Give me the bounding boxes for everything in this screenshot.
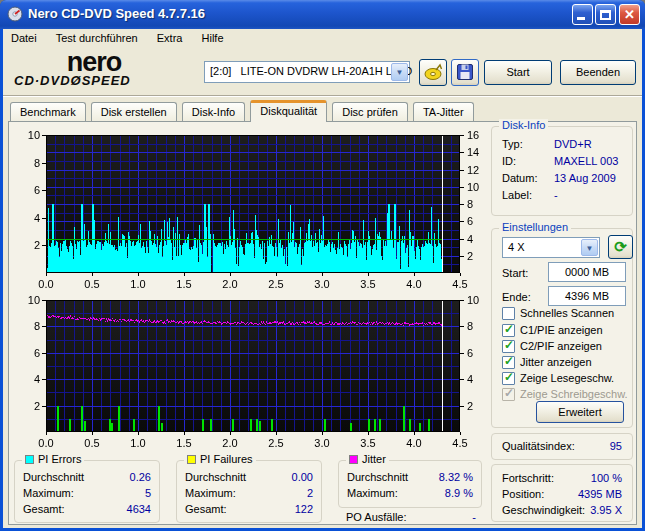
end-position-field[interactable]: 4396 MB	[548, 286, 626, 306]
title-bar[interactable]: Nero CD-DVD Speed 4.7.7.16 ✕	[0, 0, 645, 29]
minimize-button[interactable]	[572, 4, 593, 25]
pi-errors-chart	[9, 124, 487, 288]
advanced-button[interactable]: Erweitert	[536, 401, 624, 423]
jitter-stats-title: Jitter	[346, 453, 389, 465]
tab-ta-jitter[interactable]: TA-Jitter	[413, 102, 474, 122]
checkbox-icon[interactable]: ✓	[502, 324, 515, 337]
menu-datei[interactable]: Datei	[3, 29, 45, 46]
position-value: 4395 MB	[578, 488, 622, 500]
stat-label: Maximum:	[23, 487, 74, 499]
settings-groupbox: Einstellungen 4 X ▼ ⟳ Start: 0000 MB End…	[491, 228, 633, 428]
speed-selector-combobox[interactable]: 4 X ▼	[502, 237, 600, 258]
eject-disc-icon	[423, 62, 443, 82]
jitter-legend-swatch	[349, 455, 358, 464]
progress-label: Fortschritt:	[502, 472, 554, 484]
disk-label-label: Label:	[502, 189, 532, 201]
app-window: Nero CD-DVD Speed 4.7.7.16 ✕ Datei Test …	[0, 0, 645, 531]
stat-label: Durchschnitt	[23, 471, 84, 483]
tab-disk-erstellen[interactable]: Disk erstellen	[91, 102, 177, 122]
pi-errors-legend-swatch	[25, 455, 34, 464]
speed-value: 3.95 X	[590, 504, 622, 516]
app-icon	[7, 6, 23, 22]
pi-errors-stats-title: PI Errors	[22, 453, 84, 465]
po-failures-label: PO Ausfälle:	[346, 511, 407, 523]
disk-info-groupbox: Disk-Info Typ: DVD+R ID: MAXELL 003 Datu…	[491, 126, 633, 216]
progress-box: Fortschritt: 100 % Position: 4395 MB Ges…	[491, 464, 633, 522]
drive-selector-value: [2:0] LITE-ON DVDRW LH-20A1H LL0D	[210, 65, 412, 77]
jitter-stats-box: Jitter Durchschnitt8.32 % Maximum:8.9 %	[338, 460, 482, 508]
disk-id-label: ID:	[502, 155, 516, 167]
menu-hilfe[interactable]: Hilfe	[194, 29, 232, 46]
speed-selector-value: 4 X	[508, 241, 525, 253]
disk-type-value: DVD+R	[554, 138, 592, 150]
stat-value: 122	[295, 503, 313, 515]
checkbox-icon[interactable]: ✓	[502, 372, 515, 385]
start-position-field[interactable]: 0000 MB	[548, 262, 626, 282]
refresh-button[interactable]: ⟳	[608, 235, 633, 259]
save-floppy-icon	[456, 63, 474, 81]
disc-icon: Ø	[71, 73, 82, 88]
pi-failures-stats-title: PI Failures	[184, 453, 256, 465]
stat-label: Durchschnitt	[347, 471, 408, 483]
checkbox-zeige-schreibgeschw: ✓Zeige Schreibgeschw.	[502, 388, 628, 402]
tab-disk-info[interactable]: Disk-Info	[182, 102, 245, 122]
close-icon: ✕	[624, 7, 635, 22]
drive-selector-combobox[interactable]: [2:0] LITE-ON DVDRW LH-20A1H LL0D ▼	[204, 61, 410, 83]
stat-value: 2	[307, 487, 313, 499]
po-failures-value: -	[472, 511, 476, 523]
checkbox-label: Zeige Schreibgeschw.	[520, 388, 628, 400]
speed-label: Geschwindigkeit:	[502, 504, 585, 516]
progress-value: 100 %	[591, 472, 622, 484]
stat-value: 0.26	[130, 471, 151, 483]
disk-id-value: MAXELL 003	[554, 155, 618, 167]
checkbox-icon[interactable]: ✓	[502, 356, 515, 369]
checkbox-label: C1/PIE anzeigen	[520, 324, 603, 336]
tab-strip: Benchmark Disk erstellen Disk-Info Diskq…	[10, 100, 476, 121]
pi-failures-jitter-chart	[9, 289, 487, 449]
quality-index-value: 95	[610, 440, 622, 452]
cd-dvd-speed-logo-text: CD·DVDØSPEED	[14, 74, 192, 88]
window-title: Nero CD-DVD Speed 4.7.7.16	[28, 6, 205, 21]
menu-bar: Datei Test durchführen Extra Hilfe	[3, 29, 642, 48]
start-button[interactable]: Start	[484, 60, 552, 85]
stat-label: Gesamt:	[185, 503, 227, 515]
position-label: Position:	[502, 488, 544, 500]
stat-label: Maximum:	[347, 487, 398, 499]
checkbox-label: Jitter anzeigen	[520, 356, 592, 368]
quit-button[interactable]: Beenden	[560, 60, 636, 85]
save-button[interactable]	[451, 59, 479, 86]
checkbox-icon[interactable]: ✓	[502, 340, 515, 353]
checkbox-c1-pie-anzeigen[interactable]: ✓C1/PIE anzeigen	[502, 324, 603, 338]
menu-extra[interactable]: Extra	[149, 29, 191, 46]
menu-test-durchfuehren[interactable]: Test durchführen	[48, 29, 146, 46]
checkbox-zeige-lesegeschw[interactable]: ✓Zeige Lesegeschw.	[502, 372, 614, 386]
stat-value: 8.9 %	[445, 487, 473, 499]
stat-label: Maximum:	[185, 487, 236, 499]
disk-type-label: Typ:	[502, 138, 523, 150]
nero-logo-text: nero	[14, 51, 174, 74]
maximize-button[interactable]	[595, 4, 616, 25]
checkbox-label: C2/PIF anzeigen	[520, 340, 602, 352]
disk-date-label: Datum:	[502, 172, 537, 184]
checkbox-c2-pif-anzeigen[interactable]: ✓C2/PIF anzeigen	[502, 340, 602, 354]
chevron-down-icon[interactable]: ▼	[581, 239, 598, 256]
stat-value: 0.00	[292, 471, 313, 483]
stat-value: 4634	[127, 503, 151, 515]
checkbox-label: Zeige Lesegeschw.	[520, 372, 614, 384]
chevron-down-icon[interactable]: ▼	[391, 63, 408, 81]
tab-benchmark[interactable]: Benchmark	[10, 102, 86, 122]
stat-label: Gesamt:	[23, 503, 65, 515]
tab-disc-pruefen[interactable]: Disc prüfen	[332, 102, 408, 122]
start-position-label: Start:	[502, 267, 528, 279]
settings-title: Einstellungen	[499, 221, 571, 233]
disk-label-value: -	[554, 189, 558, 201]
checkbox-schnelles-scannen[interactable]: ✓Schnelles Scannen	[502, 307, 614, 321]
checkbox-icon[interactable]: ✓	[502, 307, 515, 320]
quality-index-box: Qualitätsindex: 95	[491, 433, 633, 460]
end-position-label: Ende:	[502, 291, 531, 303]
minimize-icon	[577, 17, 585, 20]
close-button[interactable]: ✕	[619, 4, 640, 25]
eject-button[interactable]	[419, 59, 447, 86]
tab-diskqualitaet[interactable]: Diskqualität	[250, 100, 327, 122]
checkbox-jitter-anzeigen[interactable]: ✓Jitter anzeigen	[502, 356, 592, 370]
